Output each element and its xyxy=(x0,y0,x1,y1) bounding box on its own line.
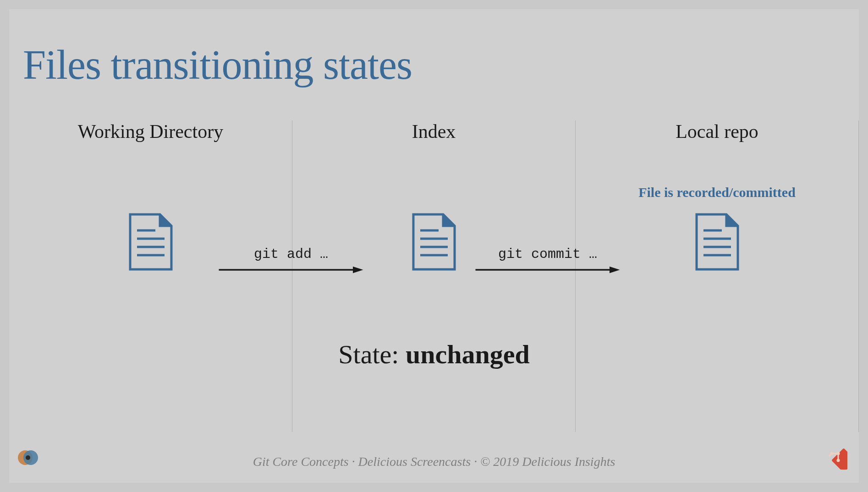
state-value: unchanged xyxy=(406,339,530,369)
column-header-wd: Working Directory xyxy=(9,120,292,142)
svg-line-25 xyxy=(829,454,832,456)
state-text: State: unchanged xyxy=(338,339,529,370)
file-icon xyxy=(694,212,740,273)
column-index: Index xyxy=(292,120,576,432)
svg-rect-19 xyxy=(831,448,847,470)
delicious-insights-logo-icon xyxy=(16,446,40,471)
column-local-repo: Local repo File is recorded/committed xyxy=(576,120,859,432)
column-working-directory: Working Directory xyxy=(9,120,292,432)
file-icon xyxy=(128,212,174,273)
slide-title: Files transitioning states xyxy=(9,9,859,88)
arrow-label-add: git add … xyxy=(254,246,328,262)
svg-marker-15 xyxy=(610,267,620,273)
column-header-index: Index xyxy=(292,120,575,142)
git-logo-icon xyxy=(822,444,847,471)
file-icon xyxy=(411,212,457,273)
svg-point-18 xyxy=(26,455,30,460)
svg-point-17 xyxy=(23,450,38,465)
arrow-git-commit: git commit … xyxy=(467,246,628,274)
arrow-label-commit: git commit … xyxy=(498,246,597,262)
columns-container: Working Directory Index xyxy=(9,120,859,432)
committed-annotation: File is recorded/committed xyxy=(576,185,858,200)
svg-marker-13 xyxy=(353,267,363,273)
arrow-git-add: git add … xyxy=(211,246,371,274)
state-label: State: xyxy=(338,339,406,369)
slide-container: Files transitioning states Working Direc… xyxy=(9,9,859,483)
column-header-repo: Local repo xyxy=(576,120,858,142)
footer-text: Git Core Concepts · Delicious Screencast… xyxy=(9,454,859,469)
